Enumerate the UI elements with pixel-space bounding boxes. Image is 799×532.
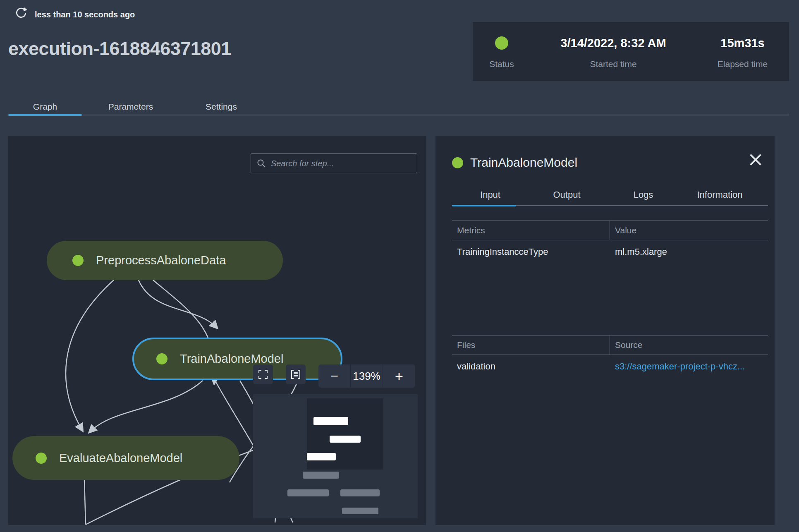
node-preprocess-abalone-data[interactable]: PreprocessAbaloneData [47,241,283,280]
minimap[interactable] [253,394,418,518]
tab-parameters[interactable]: Parameters [82,98,179,115]
node-evaluate-abalone-model[interactable]: EvaluateAbaloneModel [12,436,239,480]
tab-information[interactable]: Information [682,185,758,205]
started-time-column: 3/14/2022, 8:32 AM Started time [531,22,696,81]
elapsed-time-label: Elapsed time [718,59,768,69]
column-header-files: Files [452,335,610,355]
minimap-node [307,453,336,460]
table-header-row: Metrics Value [452,220,768,240]
page-title: execution-1618846371801 [8,38,231,60]
step-search-input[interactable] [271,159,411,168]
close-details-button[interactable] [748,151,765,168]
node-label: PreprocessAbaloneData [96,254,226,267]
step-status-dot [452,157,463,168]
s3-source-link[interactable]: s3://sagemaker-project-p-vhcz... [615,361,745,372]
node-status-dot [36,453,47,464]
pipeline-graph-canvas[interactable]: PreprocessAbaloneData TrainAbaloneModel … [8,136,426,525]
fit-view-button[interactable] [286,364,306,384]
edge [139,280,217,328]
status-column: Status [473,22,531,81]
started-time-label: Started time [590,59,636,69]
edge [66,280,114,430]
refresh-icon [15,7,27,19]
execution-tabs: Graph Parameters Settings [8,98,263,115]
search-icon [257,159,266,168]
started-time-value: 3/14/2022, 8:32 AM [560,29,666,57]
pipeline-execution-screen: less than 10 seconds ago execution-16188… [0,0,799,532]
minimap-node [340,489,380,496]
file-name-cell: validation [452,355,610,378]
column-header-value: Value [610,221,768,240]
elapsed-time-value: 15m31s [720,29,764,57]
zoom-controls: − 139% + [318,364,415,388]
zoom-level: 139% [351,364,383,388]
step-details-panel: TrainAbaloneModel Input Output Logs Info… [435,136,775,525]
node-status-dot [72,255,84,266]
minimap-node [313,417,348,425]
tab-graph[interactable]: Graph [8,98,82,115]
fullscreen-icon [258,370,268,379]
minimap-node [330,436,361,443]
zoom-in-button[interactable]: + [383,364,415,388]
column-header-metrics: Metrics [452,221,610,240]
tab-settings[interactable]: Settings [179,98,263,115]
node-label: EvaluateAbaloneModel [59,451,182,465]
table-header-row: Files Source [452,335,768,355]
node-train-abalone-model[interactable]: TrainAbaloneModel [132,338,342,380]
last-refreshed-text: less than 10 seconds ago [35,10,135,19]
step-search-box [251,153,417,173]
active-tab-indicator [8,114,82,116]
status-success-dot [495,36,508,50]
details-active-tab-indicator [452,205,516,206]
zoom-out-button[interactable]: − [318,364,351,388]
metrics-table: Metrics Value TrainingInstancceType ml.m… [452,220,768,264]
minimap-node [303,472,339,479]
refresh-button[interactable] [15,7,28,20]
tab-input[interactable]: Input [452,185,529,205]
tab-output[interactable]: Output [529,185,605,205]
status-label: Status [489,59,514,69]
tab-logs[interactable]: Logs [605,185,682,205]
close-icon [748,152,763,167]
step-details-title: TrainAbaloneModel [470,156,577,170]
tabs-divider [7,115,789,115]
minimap-node [287,489,329,496]
step-details-tabs: Input Output Logs Information [452,185,758,205]
node-status-dot [156,353,167,364]
execution-summary-card: Status 3/14/2022, 8:32 AM Started time 1… [473,22,789,81]
edge [90,381,203,432]
table-row: TrainingInstancceType ml.m5.xlarge [452,240,768,264]
table-row: validation s3://sagemaker-project-p-vhcz… [452,355,768,378]
minimap-node [342,508,378,514]
metric-name-cell: TrainingInstancceType [452,240,610,264]
metric-value-cell: ml.m5.xlarge [610,240,768,264]
edge [84,480,86,525]
column-header-source: Source [610,335,768,355]
fit-view-icon [291,370,300,379]
node-label: TrainAbaloneModel [180,352,283,366]
files-table: Files Source validation s3://sagemaker-p… [452,335,768,378]
elapsed-time-column: 15m31s Elapsed time [696,22,789,81]
fullscreen-button[interactable] [253,364,273,384]
